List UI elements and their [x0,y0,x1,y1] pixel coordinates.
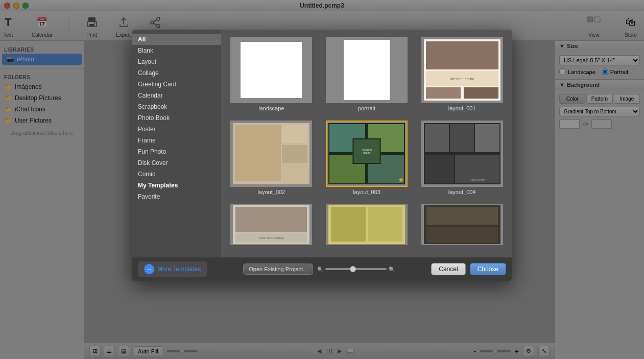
template-item-landscape[interactable]: landscape [226,35,317,113]
template-thumb-portrait [326,37,408,103]
zoom-small-icon: 🔍 [317,267,323,272]
template-label-layout003: layout_003 [353,189,380,195]
dialog-item-poster[interactable]: Poster [132,124,221,135]
template-thumb-landscape [230,37,312,103]
template-thumb-layout001: We are Family! [421,37,503,103]
zoom-thumb-dialog [350,266,356,272]
open-existing-button[interactable]: Open Existing Project... [243,264,313,275]
template-thumb-layout003: AmazingNature ★ [326,121,408,187]
template-thumb-layout006 [326,204,408,245]
template-label-layout001: layout_001 [448,105,476,111]
cancel-button[interactable]: Cancel [431,263,465,275]
footer-center-area: Open Existing Project... 🔍 🔍 [243,264,395,275]
dialog-item-funphoto[interactable]: Fun Photo [132,146,221,157]
dialog-item-frame[interactable]: Frame [132,135,221,146]
dialog-item-diskcover[interactable]: Disk Cover [132,157,221,169]
template-thumb-layout007 [421,204,503,245]
dialog-body: All Blank Layout Collage Greeting Card C… [132,30,512,257]
template-item-layout006[interactable] [322,202,412,247]
dialog-item-collage[interactable]: Collage [132,67,221,79]
more-templates-label: More Templates [157,266,201,273]
dialog-item-scrapbook[interactable]: Scrapbook [132,101,221,112]
dialog-footer: → More Templates Open Existing Project..… [132,257,512,281]
ls-tm [450,124,474,152]
blank-portrait-visual [344,40,390,100]
family-top [426,41,498,69]
ls-tr [475,124,499,152]
template-thumb-layout004: Love Story [421,121,503,187]
child-main [235,125,281,181]
template-dialog: All Blank Layout Collage Greeting Card C… [132,30,512,281]
zoom-track[interactable] [325,268,387,270]
dialog-item-all[interactable]: All [132,34,221,45]
template-item-layout001[interactable]: We are Family! layout_001 [417,35,507,113]
ls-top [425,124,499,152]
more-templates-button[interactable]: → More Templates [138,261,207,277]
dialog-item-blank[interactable]: Blank [132,45,221,56]
template-item-layout007[interactable] [417,202,507,247]
template-thumb-layout002 [230,121,312,187]
dialog-overlay: All Blank Layout Collage Greeting Card C… [0,0,644,359]
footer-right: Cancel Choose [431,263,506,275]
child-r3 [282,164,307,182]
family-bot-right [464,87,498,99]
template-item-layout003[interactable]: AmazingNature ★ layout_003 [322,118,412,197]
blank-landscape-visual [241,42,302,98]
zoom-slider-area: 🔍 🔍 [317,267,395,272]
nature-collage-visual: AmazingNature [328,123,405,184]
template-label-layout004: layout_004 [448,189,476,195]
child-r2 [282,145,307,163]
more-circle-icon: → [144,264,154,274]
dialog-content: landscape portrait [221,30,512,257]
ls-bl [425,155,455,183]
love-story-visual: Love Story [424,123,500,184]
dialog-item-favorite[interactable]: Favorite [132,191,221,202]
dialog-item-photobook[interactable]: Photo Book [132,112,221,124]
template-item-layout002[interactable]: layout_002 [226,118,317,197]
choose-button[interactable]: Choose [470,263,506,275]
family-card-visual: We are Family! [424,39,500,101]
template-item-portrait[interactable]: portrait [322,35,412,113]
family-mid: We are Family! [426,71,498,86]
child-photo-visual [233,123,309,184]
ls-text: Love Story [470,178,485,181]
template-label-landscape: landscape [258,105,284,111]
ls-bottom: Love Story [425,155,499,183]
nc-center: AmazingNature [352,138,380,164]
dialog-item-comic[interactable]: Comic [132,169,221,180]
child-r1 [282,125,307,143]
template-item-layout005[interactable]: Love Your Journey [226,202,317,247]
ls-br: Love Story [455,155,499,183]
template-label-portrait: portrait [358,105,375,111]
template-grid: landscape portrait [226,35,507,247]
star-icon: ★ [398,176,404,184]
template-thumb-layout005: Love Your Journey [230,204,312,245]
nc-center-text: AmazingNature [362,148,371,155]
dialog-item-mytemplates[interactable]: My Templates [132,180,221,191]
dialog-item-layout[interactable]: Layout [132,56,221,67]
zoom-large-icon: 🔍 [389,267,395,272]
dialog-item-greeting[interactable]: Greeting Card [132,79,221,90]
template-label-layout002: layout_002 [257,189,285,195]
dialog-item-calendar[interactable]: Calendar [132,90,221,101]
template-item-layout004[interactable]: Love Story layout_004 [417,118,507,197]
dialog-sidebar: All Blank Layout Collage Greeting Card C… [132,30,221,257]
ls-tl [425,124,449,152]
footer-left: → More Templates [138,261,207,277]
family-bot-left [426,87,461,99]
